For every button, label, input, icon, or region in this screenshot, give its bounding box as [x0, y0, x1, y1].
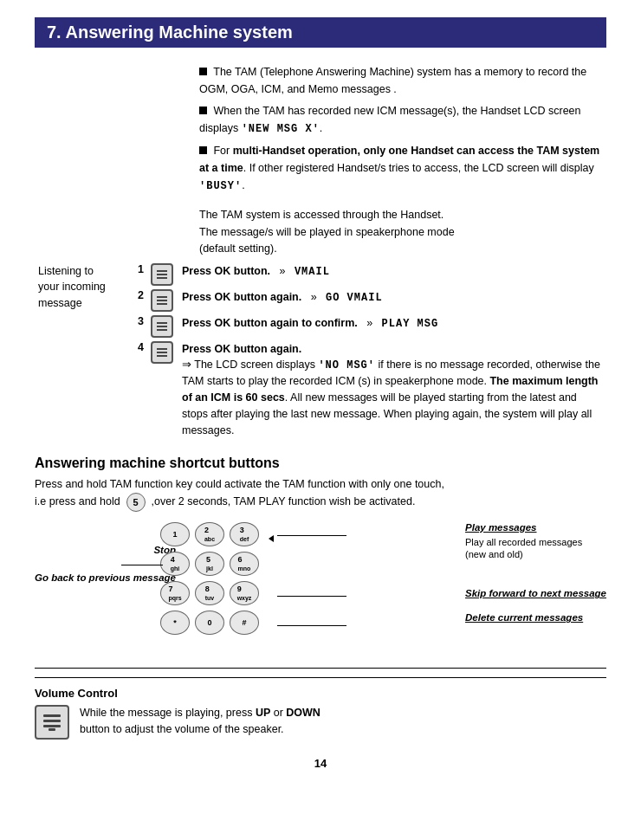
menu-icon	[155, 346, 169, 359]
key-0[interactable]: 0	[195, 611, 224, 635]
volume-left: Volume Control While the message is play…	[35, 687, 320, 740]
svg-rect-14	[43, 725, 61, 727]
key-3[interactable]: 3def	[230, 522, 259, 546]
svg-rect-15	[49, 728, 55, 731]
step-text-2: Press OK button again. » GO VMAIL	[178, 288, 606, 313]
key-1[interactable]: 1	[160, 522, 190, 546]
step-text-1: Press OK button. » VMAIL	[178, 262, 606, 288]
key-9[interactable]: 9wxyz	[230, 581, 259, 605]
key-8[interactable]: 8tuv	[195, 581, 224, 605]
volume-icon	[35, 705, 69, 740]
step-icon-2	[147, 288, 178, 313]
key-4[interactable]: 4ghi	[160, 552, 190, 576]
svg-rect-10	[157, 352, 167, 353]
bullet-icon	[199, 107, 207, 114]
step-section-label: Listening to your incoming message	[35, 262, 121, 441]
step-num-2: 2	[121, 288, 147, 313]
menu-icon	[155, 268, 169, 281]
intro-para2: When the TAM has recorded new ICM messag…	[199, 102, 606, 138]
keypad-right-labels: Play messages Play all recorded messages…	[465, 522, 606, 624]
shortcut-key: 5	[126, 493, 146, 512]
play-sub-label: Play all recorded messages(new and old)	[465, 536, 595, 561]
step-icon-1	[147, 262, 178, 288]
key-6[interactable]: 6mno	[230, 552, 259, 576]
line-connector-delete	[277, 625, 346, 626]
step-row-1: Listening to your incoming message 1 Pre…	[35, 262, 606, 288]
svg-rect-4	[157, 300, 167, 301]
shortcut-desc: Press and hold TAM function key could ac…	[35, 476, 606, 512]
keypad-grid: 1 2abc 3def 4ghi 5jkl 6mno 7pqrs 8tuv 9w…	[160, 522, 261, 636]
step-num-1: 1	[121, 262, 147, 288]
play-messages-label: Play messages	[465, 522, 606, 534]
stop-label: Stop	[35, 538, 176, 564]
svg-rect-8	[157, 329, 167, 331]
skip-forward-label: Skip forward to next message	[465, 588, 606, 600]
intro-para3: For multi-Handset operation, only one Ha…	[199, 142, 606, 195]
intro-para1: The TAM (Telephone Answering Machine) sy…	[199, 63, 606, 98]
svg-rect-9	[157, 348, 167, 350]
svg-rect-1	[157, 274, 167, 275]
line-connector-play	[277, 535, 346, 536]
step-text-3: Press OK button again to confirm. » PLAY…	[178, 313, 606, 339]
svg-rect-12	[43, 714, 61, 717]
keypad-section: Stop Go back to previous message 1 2abc …	[35, 522, 606, 650]
line-connector-skip	[277, 596, 346, 597]
key-5[interactable]: 5jkl	[195, 552, 224, 576]
volume-divider	[35, 668, 606, 669]
svg-rect-11	[157, 355, 167, 357]
keypad-grid-wrapper: 1 2abc 3def 4ghi 5jkl 6mno 7pqrs 8tuv 9w…	[160, 522, 261, 636]
svg-rect-7	[157, 326, 167, 327]
svg-rect-5	[157, 303, 167, 305]
key-7[interactable]: 7pqrs	[160, 581, 190, 605]
key-star[interactable]: *	[160, 611, 190, 635]
step-num-3: 3	[121, 313, 147, 339]
arrow-play	[269, 535, 274, 542]
svg-rect-2	[157, 277, 167, 279]
intro-block: The TAM (Telephone Answering Machine) sy…	[35, 63, 606, 195]
keypad-left-labels: Stop Go back to previous message	[35, 538, 176, 585]
volume-text: While the message is playing, press UP o…	[80, 705, 320, 739]
step-num-4: 4	[121, 339, 147, 441]
step-icon-3	[147, 313, 178, 339]
shortcut-title: Answering machine shortcut buttons	[35, 456, 606, 471]
svg-rect-13	[43, 720, 61, 722]
volume-section: Volume Control While the message is play…	[35, 677, 606, 740]
page-number: 14	[35, 757, 606, 770]
svg-rect-3	[157, 296, 167, 298]
page-header: 7. Answering Machine system	[35, 17, 606, 48]
menu-icon	[155, 320, 169, 333]
svg-rect-6	[157, 322, 167, 324]
bullet-icon	[199, 68, 207, 75]
tam-access: The TAM system is accessed through the H…	[35, 207, 606, 257]
key-2[interactable]: 2abc	[195, 522, 224, 546]
go-back-label: Go back to previous message	[35, 572, 176, 585]
line-back-right	[156, 565, 163, 565]
key-hash[interactable]: #	[230, 611, 259, 635]
menu-icon	[155, 294, 169, 307]
svg-rect-0	[157, 270, 167, 272]
step-icon-4	[147, 339, 178, 441]
volume-content: While the message is playing, press UP o…	[35, 705, 320, 740]
line-back-left	[121, 565, 156, 565]
delete-label: Delete current messages	[465, 612, 606, 624]
menu-round-icon	[40, 710, 64, 734]
step-text-4: Press OK button again. ⇒ The LCD screen …	[178, 339, 606, 441]
bullet-icon	[199, 146, 207, 154]
steps-table: Listening to your incoming message 1 Pre…	[35, 262, 606, 441]
volume-title: Volume Control	[35, 687, 320, 700]
